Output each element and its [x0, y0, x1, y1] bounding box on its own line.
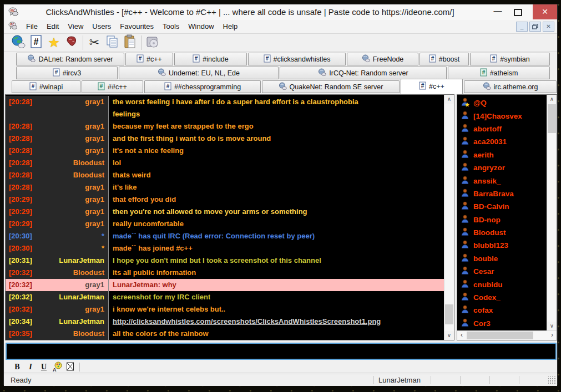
- timestamp: [6, 108, 40, 120]
- scroll-left-icon[interactable]: ‹: [457, 331, 466, 340]
- user-scroll-thumb[interactable]: [548, 104, 556, 133]
- minimize-button[interactable]: —: [489, 4, 506, 19]
- nick: Bloodust: [40, 267, 108, 279]
- user-name: Bloodust: [473, 228, 506, 237]
- italic-button[interactable]: I: [24, 362, 37, 373]
- user-list-item[interactable]: anssik_: [461, 174, 547, 187]
- scroll-down-icon[interactable]: ∨: [547, 322, 557, 330]
- tab-irc-atheme-org[interactable]: irc.atheme.org: [464, 80, 557, 93]
- menu-window[interactable]: Window: [184, 21, 218, 33]
- user-list-item[interactable]: angryzor: [461, 161, 547, 174]
- menu-help[interactable]: Help: [219, 21, 242, 33]
- scroll-up-icon[interactable]: ∧: [547, 95, 557, 104]
- user-list-item[interactable]: Cor3: [461, 317, 547, 330]
- user-list-item[interactable]: Cesar: [461, 265, 547, 278]
- paste-button[interactable]: [121, 34, 139, 51]
- menu-edit[interactable]: Edit: [42, 21, 63, 33]
- menu-view[interactable]: View: [63, 21, 88, 33]
- timestamp: [20:32]: [6, 291, 40, 303]
- user-list-item[interactable]: aca20031: [461, 135, 547, 148]
- user-list-item[interactable]: BD-Calvin: [461, 200, 547, 213]
- identities-button[interactable]: [63, 34, 80, 51]
- scroll-right-icon[interactable]: ›: [548, 331, 557, 340]
- text-color-button[interactable]: A: [50, 362, 64, 373]
- tab-quakenet[interactable]: QuakeNet: Random SE server: [262, 80, 400, 93]
- person-icon: [461, 305, 469, 315]
- tab-double-hash-cpp[interactable]: ###c++: [82, 80, 143, 93]
- user-list-item[interactable]: BD-nop: [461, 213, 547, 226]
- scroll-up-icon[interactable]: ∧: [444, 95, 454, 104]
- user-list-item[interactable]: blubbl123: [461, 239, 547, 252]
- user-list-hscrollbar[interactable]: ‹ ›: [457, 330, 557, 340]
- chat-scroll-thumb[interactable]: [445, 304, 453, 324]
- person-icon: [461, 253, 469, 264]
- user-list-scrollbar[interactable]: ∧ ∨: [547, 95, 557, 330]
- tab-chessprogramming[interactable]: ###chessprogramming: [144, 80, 261, 93]
- chat-message-row: [20:29]gray1then you're not allowed to m…: [6, 206, 444, 218]
- tab-clicksandwhistles[interactable]: ##clicksandwhistles: [248, 53, 346, 65]
- toolbar-separator: [141, 35, 141, 50]
- timestamp: [20:29]: [6, 218, 40, 230]
- user-list-item[interactable]: BarraBrava: [461, 187, 547, 200]
- resize-grip[interactable]: [548, 376, 556, 384]
- timestamp: [20:28]: [6, 157, 40, 169]
- tab-undernet[interactable]: Undernet: EU, NL, Ede: [119, 67, 279, 79]
- maximize-button[interactable]: [509, 4, 526, 19]
- nick: *: [40, 242, 108, 254]
- user-list-item[interactable]: cofax: [461, 304, 547, 317]
- tab-dalnet-random-server[interactable]: DALnet: Random server: [16, 53, 124, 65]
- user-list-item[interactable]: bouble: [461, 252, 547, 265]
- menu-tools[interactable]: Tools: [158, 21, 184, 33]
- tab-atheism[interactable]: ##atheism: [448, 67, 550, 79]
- underline-button[interactable]: U: [37, 362, 50, 373]
- message-link[interactable]: http://clicksandwhistles.com/screenshots…: [109, 315, 381, 328]
- tab-cpp-active[interactable]: ##c++: [401, 79, 463, 94]
- chat-panel: [20:28]gray1the worst feeling i have aft…: [5, 94, 454, 340]
- mdi-restore-button[interactable]: [529, 22, 541, 32]
- menu-users[interactable]: Users: [88, 21, 115, 33]
- channels-button[interactable]: #: [27, 34, 45, 51]
- user-list-item[interactable]: [14]Chaosvex: [461, 109, 547, 122]
- tab-boost[interactable]: ##boost: [420, 53, 469, 65]
- bold-button[interactable]: B: [11, 362, 24, 373]
- chat-message-row: [20:28]gray1the worst feeling i have aft…: [6, 96, 444, 108]
- user-list-item[interactable]: ★@Q: [461, 96, 547, 109]
- user-name: aerith: [473, 151, 494, 159]
- cut-button[interactable]: ✂: [85, 34, 103, 51]
- favourites-button[interactable]: ★: [45, 34, 63, 51]
- tab-ircv3[interactable]: ##ircv3: [16, 67, 118, 79]
- clear-format-button[interactable]: [64, 362, 77, 373]
- user-list-item[interactable]: Codex_: [461, 291, 547, 304]
- connect-button[interactable]: [9, 34, 27, 51]
- tab-include[interactable]: ##include: [174, 53, 247, 65]
- box-x-icon: [66, 364, 75, 373]
- close-button[interactable]: ✕: [533, 4, 557, 19]
- message-text: thats weird: [109, 169, 151, 181]
- menu-file[interactable]: File: [22, 21, 42, 33]
- mdi-close-button[interactable]: ✕: [543, 22, 554, 32]
- tab-cpp-dalnet[interactable]: ##c++: [125, 53, 173, 65]
- user-list-item[interactable]: aerith: [461, 149, 547, 161]
- options-button[interactable]: [144, 34, 161, 51]
- user-list-item[interactable]: Bloodust: [461, 226, 547, 239]
- timestamp: [20:35]: [6, 328, 40, 340]
- user-name: anssik_: [473, 177, 501, 185]
- scroll-down-icon[interactable]: ∨: [444, 331, 454, 340]
- tab-winapi[interactable]: ##winapi: [12, 80, 80, 93]
- user-list-item[interactable]: cnubidu: [461, 278, 547, 291]
- tab-ircq-net[interactable]: IrCQ-Net: Random server: [280, 67, 447, 79]
- tab-label: #c++: [429, 83, 444, 90]
- person-icon: [461, 318, 469, 329]
- user-hscroll-thumb[interactable]: [467, 332, 533, 339]
- message-input[interactable]: [7, 344, 555, 359]
- svg-text:#: #: [482, 69, 485, 75]
- title-bar[interactable]: IRC ClicksAndWhistles - [#c++ - Welcome …: [4, 4, 557, 21]
- tab-symbian[interactable]: ##symbian: [470, 53, 550, 65]
- svg-text:#: #: [139, 55, 142, 62]
- chat-scrollbar[interactable]: ∧ ∨: [444, 95, 454, 340]
- tab-freenode[interactable]: FreeNode: [347, 53, 418, 65]
- mdi-minimize-button[interactable]: _: [516, 22, 528, 32]
- copy-button[interactable]: [103, 34, 121, 51]
- user-list-item[interactable]: abortoff: [461, 123, 547, 135]
- menu-favourites[interactable]: Favourites: [115, 21, 158, 33]
